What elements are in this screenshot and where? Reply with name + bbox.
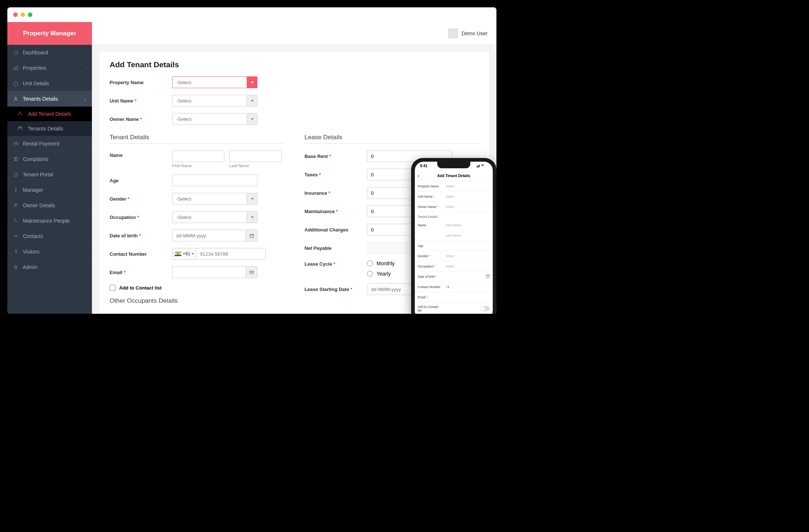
chevron-right-icon: › bbox=[489, 265, 490, 268]
sidebar-subitem-tenants-details[interactable]: Tenants Details bbox=[7, 121, 92, 136]
occupation-select[interactable] bbox=[172, 211, 257, 223]
m-owner-name-row[interactable]: Owner Name * Select › bbox=[418, 202, 490, 212]
user-menu[interactable]: Demo User bbox=[448, 29, 488, 38]
m-unit-name-row[interactable]: Unit Name * Select › bbox=[418, 191, 490, 202]
svg-rect-16 bbox=[250, 234, 253, 237]
maintenance-label: Maintainance * bbox=[304, 209, 367, 214]
chevron-down-icon: ⌄ bbox=[83, 96, 87, 101]
m-contact-row[interactable]: Contact Number +1 › bbox=[418, 282, 490, 292]
svg-point-10 bbox=[17, 204, 17, 204]
gender-label: Gender * bbox=[110, 196, 172, 202]
caret-down-icon[interactable] bbox=[247, 95, 257, 107]
person-add-icon bbox=[18, 111, 24, 117]
people-icon bbox=[18, 126, 24, 132]
m-property-name-row[interactable]: Property Name Select › bbox=[418, 181, 490, 191]
sidebar-item-complaints[interactable]: Complaints › bbox=[7, 151, 92, 167]
last-name-hint: Last Name bbox=[229, 163, 282, 168]
sidebar-item-maintenance-people[interactable]: Maintenance People › bbox=[7, 213, 92, 229]
calendar-icon[interactable] bbox=[246, 230, 257, 241]
svg-rect-19 bbox=[477, 166, 478, 168]
sidebar-item-visitors[interactable]: Visitors › bbox=[7, 244, 92, 259]
topbar: Demo User bbox=[92, 22, 496, 45]
property-name-value[interactable] bbox=[172, 76, 247, 88]
email-input[interactable] bbox=[172, 266, 246, 278]
lease-cycle-yearly[interactable]: Yearly bbox=[367, 271, 395, 277]
property-name-select[interactable] bbox=[172, 76, 257, 88]
mobile-back-button[interactable]: ‹ bbox=[418, 173, 420, 179]
m-tenant-section: Tenant Details bbox=[418, 212, 490, 220]
sidebar-item-contacts[interactable]: Contacts › bbox=[7, 229, 92, 244]
person-group-icon bbox=[13, 203, 19, 208]
caret-down-icon[interactable] bbox=[247, 76, 257, 88]
sidebar-item-owner-details[interactable]: Owner Details › bbox=[7, 198, 92, 213]
m-email-row[interactable]: Email * bbox=[418, 292, 490, 302]
mobile-title: Add Tenant Details bbox=[437, 174, 470, 178]
chevron-right-icon: › bbox=[489, 195, 490, 198]
titlebar bbox=[7, 7, 496, 22]
gender-select[interactable] bbox=[172, 193, 257, 205]
m-dob-row[interactable]: Date of birth * bbox=[418, 272, 490, 282]
minimize-window-button[interactable] bbox=[21, 12, 25, 17]
brand-title: Property Manager bbox=[7, 22, 92, 45]
sidebar-item-label: Visitors bbox=[23, 249, 85, 255]
sidebar-item-manager[interactable]: Manager › bbox=[7, 182, 92, 198]
caret-down-icon[interactable] bbox=[247, 211, 257, 223]
m-add-contact-row[interactable]: Add to Contact list bbox=[418, 302, 490, 314]
sidebar-item-tenant-portal[interactable]: Tenant Portal › bbox=[7, 167, 92, 182]
owner-name-value[interactable] bbox=[172, 113, 247, 125]
sidebar-item-rental-payment[interactable]: Rental Payment › bbox=[7, 136, 92, 151]
unit-name-select[interactable] bbox=[172, 95, 257, 107]
sidebar-subitem-add-tenant[interactable]: Add Tenant Details bbox=[7, 107, 92, 121]
sidebar-item-unit-details[interactable]: Unit Details › bbox=[7, 76, 92, 91]
owner-name-select[interactable] bbox=[172, 113, 257, 125]
phone-input[interactable] bbox=[196, 248, 266, 260]
calendar-icon bbox=[486, 274, 490, 279]
svg-point-13 bbox=[16, 235, 17, 236]
person-standing-icon bbox=[13, 187, 19, 193]
close-window-button[interactable] bbox=[13, 12, 18, 17]
page-title: Add Tenant Details bbox=[110, 60, 479, 69]
svg-rect-21 bbox=[479, 165, 480, 168]
phone-country-selector[interactable]: +91 bbox=[172, 248, 196, 260]
caret-down-icon[interactable] bbox=[247, 193, 257, 205]
add-to-contacts-checkbox[interactable] bbox=[110, 285, 115, 291]
mobile-mockup: 9:41 ‹ Add Tenant Details Property Name … bbox=[411, 158, 496, 314]
chevron-right-icon: › bbox=[489, 205, 490, 209]
sidebar-item-label: Maintenance People bbox=[23, 218, 85, 224]
sidebar-item-tenants-details[interactable]: Tenants Details ⌄ bbox=[7, 91, 92, 107]
lease-cycle-monthly[interactable]: Monthly bbox=[367, 260, 395, 266]
dob-input-wrap[interactable] bbox=[172, 230, 257, 241]
m-name-first-row[interactable]: Name First Name bbox=[418, 220, 490, 230]
caret-down-icon[interactable] bbox=[247, 113, 257, 125]
net-payable-label: Net Payable bbox=[304, 245, 367, 251]
lease-start-label: Lease Starting Date * bbox=[304, 287, 367, 292]
m-occupation-row[interactable]: Occupation * Select › bbox=[418, 261, 490, 272]
age-input[interactable] bbox=[172, 175, 257, 186]
first-name-hint: First Name bbox=[172, 163, 224, 168]
mobile-time: 9:41 bbox=[420, 164, 427, 168]
last-name-input[interactable] bbox=[229, 150, 282, 162]
m-name-last-row[interactable]: Last Name bbox=[418, 230, 490, 241]
envelope-icon bbox=[246, 266, 257, 278]
m-gender-row[interactable]: Gender * Select › bbox=[418, 251, 490, 261]
additional-label: Additional Charges bbox=[304, 227, 367, 233]
unit-name-label: Unit Name * bbox=[110, 98, 172, 104]
m-age-row[interactable]: Age bbox=[418, 241, 490, 251]
sidebar-item-dashboard[interactable]: Dashboard bbox=[7, 45, 92, 60]
svg-rect-20 bbox=[478, 165, 479, 168]
unit-name-value[interactable] bbox=[172, 95, 247, 107]
sidebar: Property Manager Dashboard Properties › … bbox=[7, 22, 92, 314]
dob-input[interactable] bbox=[172, 230, 246, 241]
sidebar-item-properties[interactable]: Properties › bbox=[7, 60, 92, 76]
add-contact-toggle[interactable] bbox=[480, 306, 490, 311]
chevron-right-icon: › bbox=[489, 254, 490, 258]
sidebar-item-label: Admin bbox=[23, 264, 85, 270]
first-name-input[interactable] bbox=[172, 150, 224, 162]
lock-icon bbox=[13, 265, 19, 270]
chevron-right-icon: › bbox=[85, 172, 87, 177]
sidebar-item-admin[interactable]: Admin › bbox=[7, 259, 92, 275]
maximize-window-button[interactable] bbox=[28, 12, 32, 17]
sidebar-item-label: Rental Payment bbox=[23, 141, 85, 147]
india-flag-icon bbox=[175, 252, 181, 256]
svg-point-8 bbox=[15, 188, 16, 188]
